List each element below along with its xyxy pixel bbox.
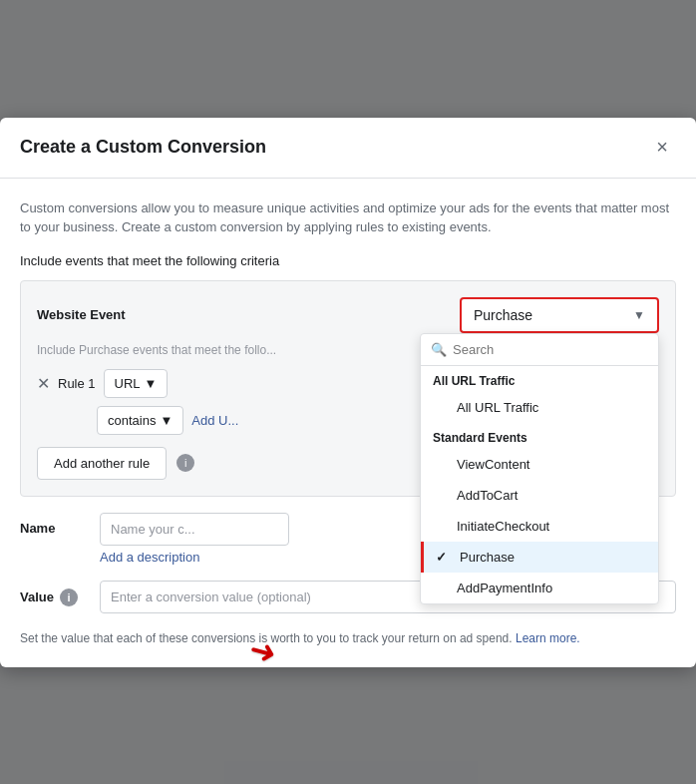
dropdown-search-bar: 🔍	[421, 334, 658, 366]
close-button[interactable]: ×	[648, 134, 676, 162]
dropdown-item-all-url-traffic[interactable]: All URL Traffic	[421, 392, 658, 423]
website-event-value: Purchase	[474, 307, 532, 323]
modal-title: Create a Custom Conversion	[20, 137, 266, 158]
item-label-all-url: All URL Traffic	[457, 400, 538, 415]
item-label-purchase: Purchase	[460, 550, 515, 565]
dropdown-search-input[interactable]	[453, 342, 648, 357]
dropdown-section-standard: Standard Events	[421, 423, 658, 449]
item-label-addtocart: AddToCart	[457, 488, 518, 503]
rule-label: Rule 1	[58, 376, 96, 391]
contains-arrow: ▼	[160, 413, 173, 428]
dropdown-arrow-icon: ▼	[633, 308, 645, 322]
website-event-row: Website Event Purchase ▼	[37, 297, 659, 333]
name-input[interactable]	[100, 513, 289, 546]
item-label-viewcontent: ViewContent	[457, 457, 529, 472]
description-text: Custom conversions allow you to measure …	[20, 198, 676, 237]
add-url-link[interactable]: Add U...	[191, 413, 238, 428]
modal-overlay[interactable]: Create a Custom Conversion × Custom conv…	[0, 0, 696, 784]
url-dropdown[interactable]: URL ▼	[104, 369, 169, 398]
name-label: Name	[20, 513, 100, 536]
website-event-dropdown[interactable]: Purchase ▼	[460, 297, 659, 333]
item-label-initiatecheckout: InitiateCheckout	[457, 519, 549, 534]
contains-dropdown[interactable]: contains ▼	[97, 406, 183, 435]
event-dropdown-menu: 🔍 All URL Traffic All URL Traffic Standa…	[420, 333, 659, 604]
remove-rule-button[interactable]: ✕	[37, 374, 50, 393]
dropdown-scrollable[interactable]: All URL Traffic All URL Traffic Standard…	[421, 366, 658, 603]
rules-container: Website Event Purchase ▼ Include Purchas…	[20, 280, 676, 497]
add-rule-button[interactable]: Add another rule	[37, 447, 167, 480]
modal-header: Create a Custom Conversion ×	[0, 118, 696, 179]
modal: Create a Custom Conversion × Custom conv…	[0, 118, 696, 667]
url-dropdown-value: URL	[115, 376, 141, 391]
search-icon: 🔍	[431, 342, 447, 357]
dropdown-item-purchase[interactable]: ✓ Purchase	[421, 542, 658, 573]
website-event-label: Website Event	[37, 307, 126, 322]
dropdown-section-all-url: All URL Traffic	[421, 366, 658, 392]
rule-info-icon: i	[176, 454, 194, 472]
dropdown-item-addpaymentinfo[interactable]: AddPaymentInfo	[421, 573, 658, 603]
contains-value: contains	[108, 413, 156, 428]
footer-text: Set the value that each of these convers…	[20, 629, 676, 647]
value-info-icon: i	[60, 588, 78, 606]
learn-more-link[interactable]: Learn more.	[516, 631, 580, 645]
dropdown-item-initiatecheckout[interactable]: InitiateCheckout	[421, 511, 658, 542]
dropdown-item-addtocart[interactable]: AddToCart	[421, 480, 658, 511]
modal-body: Custom conversions allow you to measure …	[0, 179, 696, 667]
check-purchase: ✓	[436, 550, 452, 565]
criteria-label: Include events that meet the following c…	[20, 253, 676, 268]
item-label-addpaymentinfo: AddPaymentInfo	[457, 581, 552, 595]
value-label: Value i	[20, 581, 100, 606]
dropdown-item-viewcontent[interactable]: ViewContent	[421, 449, 658, 480]
url-dropdown-arrow: ▼	[145, 376, 158, 391]
